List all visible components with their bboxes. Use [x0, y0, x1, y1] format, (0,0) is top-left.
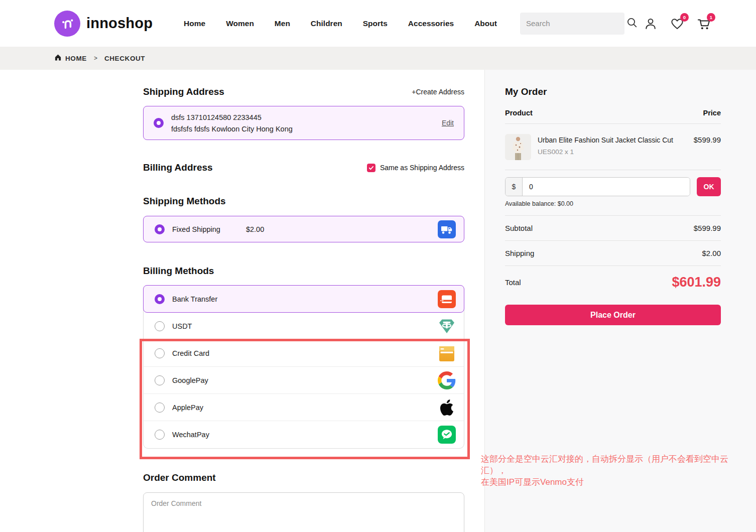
nav-item-sports[interactable]: Sports	[363, 19, 388, 28]
total-value: $601.99	[672, 275, 721, 290]
available-balance-text: Available balance: $0.00	[505, 200, 721, 207]
tether-icon	[438, 317, 456, 335]
radio-unselected-icon[interactable]	[155, 430, 165, 440]
breadcrumb-separator: >	[94, 55, 97, 62]
search-icon[interactable]	[626, 17, 638, 31]
nav-item-children[interactable]: Children	[311, 19, 342, 28]
shipping-method-radio-selected[interactable]	[155, 224, 165, 234]
billing-method-googlepay[interactable]: GooglePay	[144, 367, 464, 394]
nav-item-men[interactable]: Men	[275, 19, 290, 28]
wishlist-count-badge: 0	[680, 13, 689, 22]
product-column-header: Product	[505, 109, 533, 117]
product-name[interactable]: Urban Elite Fashion Suit Jacket Classic …	[538, 136, 687, 144]
shipping-address-title: Shipping Address	[143, 86, 224, 97]
annotation-line1: 这部分全是空中云汇对接的，自动拆分显示（用户不会看到空中云汇），	[481, 453, 740, 476]
billing-method-wechatpay[interactable]: WechatPay	[144, 421, 464, 448]
order-summary-title: My Order	[505, 86, 721, 97]
radio-unselected-icon[interactable]	[155, 321, 165, 331]
total-label: Total	[505, 278, 521, 287]
billing-methods-title: Billing Methods	[143, 265, 214, 277]
nav-item-women[interactable]: Women	[226, 19, 254, 28]
wechat-icon	[438, 426, 456, 444]
radio-unselected-icon[interactable]	[155, 375, 165, 385]
order-item-row[interactable]: Urban Elite Fashion Suit Jacket Classic …	[505, 134, 721, 160]
bank-card-icon	[438, 290, 456, 308]
nav-item-about[interactable]: About	[474, 19, 497, 28]
radio-unselected-icon[interactable]	[155, 403, 165, 413]
account-icon[interactable]	[644, 17, 658, 31]
edit-address-link[interactable]: Edit	[442, 119, 454, 127]
divider	[505, 240, 721, 241]
billing-method-bank-transfer[interactable]: Bank Transfer	[143, 285, 464, 313]
google-icon	[438, 371, 456, 389]
divider	[505, 265, 721, 266]
order-summary: My Order Product Price Urban Elite Fashi…	[505, 70, 721, 325]
breadcrumb-home[interactable]: HOME	[54, 54, 87, 63]
product-thumbnail	[505, 134, 531, 160]
balance-input-group: $	[505, 177, 690, 196]
divider	[505, 215, 721, 216]
breadcrumb: HOME > CHECKOUT	[0, 47, 756, 70]
shipping-address-card[interactable]: dsfs 13710124580 2233445 fdsfsfs fdsfs K…	[143, 106, 464, 140]
brand-name: innoshop	[86, 15, 153, 32]
subtotal-value: $599.99	[694, 224, 721, 232]
search-box[interactable]	[520, 13, 624, 35]
divider	[505, 123, 721, 124]
cart-count-badge: 1	[707, 13, 715, 22]
divider	[505, 170, 721, 170]
truck-icon	[438, 220, 456, 238]
nav-item-home[interactable]: Home	[184, 19, 205, 28]
main-nav: Home Women Men Children Sports Accessori…	[184, 19, 497, 28]
shipping-value: $2.00	[702, 249, 721, 257]
brand-logo[interactable]: innoshop	[54, 11, 153, 37]
same-as-shipping-checkbox-row[interactable]: Same as Shipping Address	[367, 164, 464, 172]
cart-icon[interactable]: 1	[697, 17, 711, 31]
header: innoshop Home Women Men Children Sports …	[0, 0, 756, 47]
annotation-text: 这部分全是空中云汇对接的，自动拆分显示（用户不会看到空中云汇）， 在美国IP可显…	[481, 453, 740, 488]
shipping-method-fixed[interactable]: Fixed Shipping $2.00	[143, 216, 464, 242]
wishlist-icon[interactable]: 0	[670, 17, 684, 31]
annotation-line2: 在美国IP可显示Venmo支付	[481, 476, 740, 488]
shipping-methods-title: Shipping Methods	[143, 196, 226, 207]
balance-input[interactable]	[523, 178, 690, 196]
product-sku-qty: UES002 x 1	[538, 148, 687, 156]
price-column-header: Price	[703, 109, 721, 117]
product-price: $599.99	[694, 134, 721, 160]
breadcrumb-current: CHECKOUT	[104, 55, 145, 62]
shipping-label: Shipping	[505, 249, 534, 257]
billing-method-credit-card[interactable]: Credit Card	[144, 340, 464, 367]
shipping-method-price: $2.00	[246, 225, 264, 233]
credit-card-icon	[438, 344, 456, 362]
ok-button[interactable]: OK	[697, 177, 721, 196]
address-line2: fdsfsfs fdsfs Kowloon City Hong Kong	[171, 125, 434, 133]
order-comment-title: Order Comment	[143, 472, 216, 483]
address-line1: dsfs 13710124580 2233445	[171, 113, 434, 121]
checkout-main: Shipping Address +Create Address dsfs 13…	[143, 70, 464, 532]
subtotal-label: Subtotal	[505, 224, 533, 232]
radio-unselected-icon[interactable]	[155, 348, 165, 358]
search-input[interactable]	[526, 19, 626, 28]
address-radio-selected[interactable]	[154, 118, 164, 128]
same-as-shipping-label: Same as Shipping Address	[380, 164, 464, 172]
place-order-button[interactable]: Place Order	[505, 305, 721, 325]
create-address-link[interactable]: +Create Address	[412, 88, 464, 96]
billing-address-title: Billing Address	[143, 162, 213, 173]
nav-item-accessories[interactable]: Accessories	[408, 19, 454, 28]
home-icon	[54, 54, 62, 63]
checkbox-checked-icon[interactable]	[367, 164, 375, 172]
billing-methods-list: Bank Transfer USDT	[143, 285, 464, 449]
shipping-method-label: Fixed Shipping	[172, 225, 220, 233]
billing-method-usdt[interactable]: USDT	[144, 313, 464, 340]
apple-icon	[438, 398, 456, 417]
order-comment-textarea[interactable]	[143, 492, 464, 532]
currency-prefix: $	[506, 178, 523, 196]
radio-selected-icon[interactable]	[155, 294, 165, 304]
billing-method-applepay[interactable]: ApplePay	[144, 394, 464, 421]
brand-logo-icon	[54, 11, 80, 37]
